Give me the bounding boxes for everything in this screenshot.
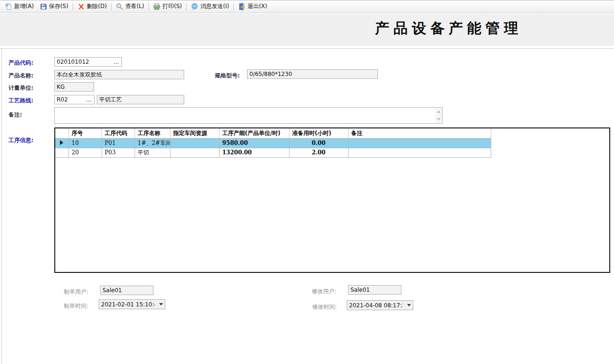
selector-column-header	[55, 128, 68, 138]
cell-process-code[interactable]: P01	[102, 138, 135, 148]
process-route-code-input[interactable]: R02 …	[54, 95, 94, 104]
delete-icon	[77, 3, 85, 10]
unit-value: KG	[57, 84, 65, 90]
product-code-browse-button[interactable]: …	[113, 60, 119, 64]
save-button[interactable]: 保存(S)	[37, 1, 71, 11]
send-message-button[interactable]: 消息发送(I)	[188, 1, 232, 11]
creator-value: Sale01	[102, 287, 122, 294]
process-route-code-value: R02	[57, 96, 68, 103]
unit-input[interactable]: KG	[54, 82, 94, 92]
process-route-label: 工艺路线:	[9, 97, 34, 105]
toolbar-separator	[111, 3, 111, 10]
page-title: 产品设备产能管理	[331, 19, 567, 38]
spec-model-label: 规格型号:	[215, 72, 240, 80]
col-seq[interactable]: 序号	[68, 128, 102, 138]
col-capacity[interactable]: 工序产能(产品单位/时)	[219, 128, 289, 138]
toolbar: 新增(A) 保存(S) 删除(D) 查看(L) 打印(S)	[0, 0, 614, 13]
current-row-arrow-icon	[60, 140, 63, 145]
modify-time-dropdown[interactable]: 2021-04-08 08:17:33	[347, 300, 413, 310]
modifier-label: 修改用户:	[312, 288, 336, 296]
delete-button[interactable]: 删除(D)	[75, 1, 110, 11]
chevron-down-icon	[159, 303, 163, 305]
cell-prep-time[interactable]: 0.00	[289, 138, 348, 148]
process-route-name-input[interactable]: 平切工艺	[97, 95, 184, 104]
product-name-value: 本白全木浆双胶纸	[57, 71, 102, 79]
save-icon	[40, 3, 47, 10]
cell-process-code[interactable]: P03	[102, 148, 135, 157]
process-route-name-value: 平切工艺	[99, 96, 122, 104]
product-name-label: 产品名称:	[9, 72, 34, 80]
table-row[interactable]: 10 P01 1#、2#车间 9580.00 0.00	[55, 138, 491, 148]
print-button[interactable]: 打印(S)	[150, 1, 185, 11]
col-process-code[interactable]: 工序代码	[102, 128, 135, 138]
spec-model-value: 0/65/880*1230	[249, 71, 292, 77]
cell-process-name[interactable]: 平切	[135, 148, 170, 157]
product-code-value: 020101012	[57, 59, 89, 65]
cell-remark[interactable]	[348, 138, 491, 148]
app-window: 新增(A) 保存(S) 删除(D) 查看(L) 打印(S)	[0, 0, 614, 364]
message-icon	[191, 3, 198, 10]
remarks-textarea[interactable]	[54, 107, 443, 124]
create-time-dropdown[interactable]: 2021-02-01 15:10:49	[99, 299, 165, 309]
print-icon	[153, 3, 161, 10]
spec-model-input[interactable]: 0/65/880*1230	[247, 69, 378, 79]
modify-time-label: 修改时间:	[312, 303, 337, 311]
view-button[interactable]: 查看(L)	[113, 1, 147, 11]
exit-icon	[238, 3, 246, 10]
modifier-input[interactable]: Sale01	[348, 285, 401, 295]
product-name-input[interactable]: 本白全木浆双胶纸	[54, 70, 184, 79]
toolbar-separator	[233, 3, 234, 10]
unit-label: 计量单位:	[9, 84, 34, 92]
exit-button[interactable]: 退出(X)	[235, 1, 270, 11]
process-route-browse-button[interactable]: …	[86, 98, 92, 102]
scroll-down-icon[interactable]	[437, 118, 441, 120]
new-button[interactable]: 新增(A)	[2, 1, 37, 11]
new-document-icon	[5, 3, 12, 10]
process-table: 序号 工序代码 工序名称 指定车间资源 工序产能(产品单位/时) 准备用时(小时…	[55, 128, 491, 158]
chevron-down-icon	[407, 304, 411, 306]
cell-capacity[interactable]: 9580.00	[219, 138, 289, 148]
col-process-name[interactable]: 工序名称	[135, 128, 170, 138]
process-grid: 序号 工序代码 工序名称 指定车间资源 工序产能(产品单位/时) 准备用时(小时…	[54, 127, 610, 273]
cell-seq[interactable]: 10	[68, 138, 102, 148]
delete-button-label: 删除(D)	[87, 2, 107, 10]
cell-capacity[interactable]: 13200.00	[219, 148, 289, 157]
save-button-label: 保存(S)	[49, 2, 68, 10]
col-workshop[interactable]: 指定车间资源	[170, 128, 219, 138]
row-selector-cell[interactable]	[55, 148, 68, 157]
create-time-label: 制单时间:	[64, 302, 88, 310]
view-icon	[116, 3, 123, 10]
view-button-label: 查看(L)	[125, 2, 144, 10]
create-time-value: 2021-02-01 15:10:49	[101, 301, 155, 308]
remarks-label: 备注:	[9, 111, 22, 119]
table-row[interactable]: 20 P03 平切 13200.00 2.00	[55, 148, 491, 157]
cell-seq[interactable]: 20	[68, 148, 102, 157]
creator-input[interactable]: Sale01	[100, 286, 154, 295]
cell-workshop[interactable]	[170, 138, 219, 148]
toolbar-separator	[148, 3, 149, 10]
panel-left-border	[1, 48, 2, 364]
print-button-label: 打印(S)	[162, 2, 182, 10]
modify-time-value: 2021-04-08 08:17:33	[349, 302, 403, 309]
remarks-value	[55, 109, 59, 117]
creator-label: 制单用户:	[64, 288, 88, 296]
product-code-input[interactable]: 020101012 …	[54, 57, 122, 67]
row-selector-cell[interactable]	[55, 138, 68, 148]
cell-prep-time[interactable]: 2.00	[289, 148, 348, 157]
grid-header-row: 序号 工序代码 工序名称 指定车间资源 工序产能(产品单位/时) 准备用时(小时…	[55, 128, 491, 138]
toolbar-separator	[73, 3, 73, 10]
toolbar-separator	[186, 3, 187, 10]
cell-remark[interactable]	[348, 148, 491, 157]
cell-workshop[interactable]	[170, 148, 219, 157]
cell-process-name[interactable]: 1#、2#车间	[135, 138, 170, 148]
scroll-up-icon[interactable]	[437, 110, 441, 113]
product-code-label: 产品代码:	[9, 59, 34, 67]
col-prep-time[interactable]: 准备用时(小时)	[289, 128, 348, 138]
col-remark[interactable]: 备注	[348, 128, 491, 138]
send-message-button-label: 消息发送(I)	[200, 2, 229, 10]
modifier-value: Sale01	[350, 287, 370, 293]
process-info-label: 工序信息:	[9, 136, 34, 144]
new-button-label: 新增(A)	[14, 2, 34, 10]
exit-button-label: 退出(X)	[247, 2, 267, 10]
remarks-scrollbar[interactable]	[435, 108, 442, 123]
